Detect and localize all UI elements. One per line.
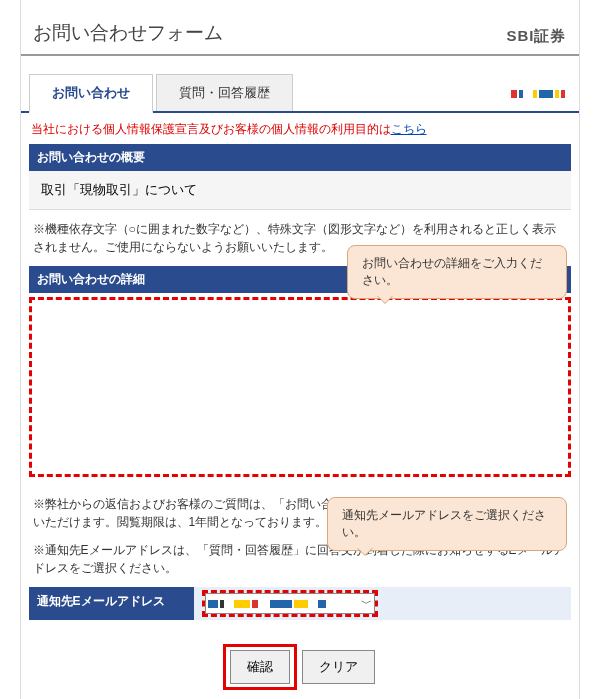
callout-email: 通知先メールアドレスをご選択ください。 xyxy=(327,497,567,551)
privacy-text: 当社における個人情報保護宣言及びお客様の個人情報の利用目的は xyxy=(31,122,391,136)
email-label: 通知先Eメールアドレス xyxy=(29,587,194,620)
page-title: お問い合わせフォーム xyxy=(33,20,223,46)
chevron-down-icon: ﹀ xyxy=(355,596,372,611)
tab-right-graphic xyxy=(511,84,571,102)
inquiry-subject: 取引「現物取引」について xyxy=(29,171,571,210)
tab-history[interactable]: 質問・回答履歴 xyxy=(156,74,293,111)
clear-button[interactable]: クリア xyxy=(302,650,375,684)
email-selected-value xyxy=(208,600,326,608)
privacy-link[interactable]: こちら xyxy=(391,122,427,136)
email-row: 通知先Eメールアドレス ﹀ xyxy=(29,587,571,620)
brand-logo: SBI証券 xyxy=(506,27,566,46)
header: お問い合わせフォーム SBI証券 xyxy=(21,10,579,56)
email-select[interactable]: ﹀ xyxy=(205,593,375,614)
inquiry-detail-textarea[interactable] xyxy=(29,297,571,477)
confirm-button[interactable]: 確認 xyxy=(230,650,290,684)
button-row: 確認 クリア xyxy=(21,620,579,699)
privacy-notice: 当社における個人情報保護宣言及びお客様の個人情報の利用目的はこちら xyxy=(21,113,579,144)
tabs: お問い合わせ 質問・回答履歴 xyxy=(21,74,579,113)
summary-header: お問い合わせの概要 xyxy=(29,144,571,171)
tab-inquiry[interactable]: お問い合わせ xyxy=(29,74,153,113)
callout-detail: お問い合わせの詳細をご入力ください。 xyxy=(347,245,567,299)
